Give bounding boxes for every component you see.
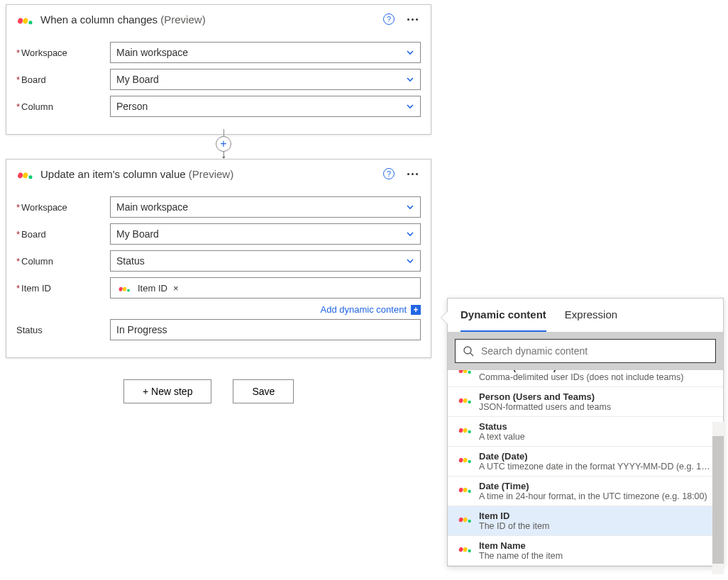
itemid-token[interactable]: Item ID × <box>115 280 182 296</box>
svg-point-9 <box>464 347 471 354</box>
svg-line-10 <box>470 353 473 356</box>
svg-point-27 <box>463 517 468 523</box>
dc-item-desc: The ID of the item <box>479 521 713 531</box>
chevron-down-icon <box>406 75 414 84</box>
svg-point-15 <box>463 398 468 403</box>
dc-item-name: Status <box>479 421 713 432</box>
column-dropdown[interactable]: Status <box>110 250 421 272</box>
monday-icon <box>16 167 33 181</box>
svg-point-2 <box>28 21 32 24</box>
column-dropdown[interactable]: Person <box>110 96 421 117</box>
remove-token[interactable]: × <box>173 283 179 294</box>
dc-item[interactable]: Date (Time)A time in 24-hour format, in … <box>448 476 723 506</box>
status-input[interactable]: In Progress <box>110 319 421 340</box>
search-icon <box>463 345 474 357</box>
dc-item[interactable]: Date (Date)A UTC timezone date in the fo… <box>448 447 723 476</box>
new-step-button[interactable]: + New step <box>123 379 211 403</box>
dc-item[interactable]: Person (Users and Teams)JSON-formatted u… <box>448 387 723 417</box>
more-menu[interactable] <box>404 170 421 178</box>
tab-dynamic-content[interactable]: Dynamic content <box>460 299 546 332</box>
monday-icon <box>458 453 472 464</box>
search-input[interactable] <box>481 345 708 357</box>
svg-point-20 <box>458 457 464 463</box>
plus-icon: + <box>411 305 421 315</box>
trigger-title: When a column changes (Preview) <box>40 13 383 26</box>
tab-expression[interactable]: Expression <box>565 299 617 332</box>
monday-icon <box>458 394 472 405</box>
svg-point-11 <box>458 370 464 374</box>
help-icon[interactable]: ? <box>383 13 395 25</box>
dc-item[interactable]: StatusA text value <box>448 417 723 447</box>
help-icon[interactable]: ? <box>383 168 395 179</box>
board-dropdown[interactable]: My Board <box>110 223 421 245</box>
action-header[interactable]: Update an item's column value (Preview) … <box>6 160 431 188</box>
status-label: Status <box>16 325 110 335</box>
svg-point-22 <box>468 460 471 463</box>
dynamic-content-panel: Dynamic content Expression Person (User … <box>447 298 724 567</box>
column-label: Column <box>16 256 110 267</box>
svg-point-21 <box>463 457 468 463</box>
svg-point-28 <box>468 520 471 523</box>
chevron-down-icon <box>406 102 414 111</box>
itemid-label: Item ID <box>16 283 110 294</box>
itemid-input[interactable]: Item ID × <box>110 277 421 299</box>
dc-item-name: Item ID <box>479 511 713 521</box>
add-dynamic-content[interactable]: Add dynamic content + <box>321 304 421 315</box>
svg-point-19 <box>468 430 471 433</box>
scrollbar[interactable] <box>712 422 724 574</box>
connector: + ↓ <box>216 129 231 157</box>
monday-icon <box>458 483 472 494</box>
svg-point-26 <box>458 517 464 523</box>
monday-icon <box>458 370 472 375</box>
dc-item[interactable]: Person (User IDs)Comma-delimited user ID… <box>448 370 723 387</box>
monday-icon <box>458 513 472 524</box>
dc-item-name: Date (Time) <box>479 481 713 491</box>
dc-item-desc: Comma-delimited user IDs (does not inclu… <box>479 372 713 382</box>
svg-point-0 <box>17 17 23 24</box>
svg-point-23 <box>458 487 464 493</box>
workspace-label: Workspace <box>16 48 110 58</box>
svg-point-12 <box>463 370 468 374</box>
workspace-label: Workspace <box>16 202 110 213</box>
svg-point-3 <box>17 172 23 179</box>
svg-point-24 <box>463 487 468 493</box>
svg-point-8 <box>127 289 130 292</box>
svg-point-5 <box>28 175 32 179</box>
scrollbar-thumb[interactable] <box>712 436 724 564</box>
board-label: Board <box>16 229 110 240</box>
svg-point-29 <box>458 547 464 552</box>
svg-point-31 <box>468 550 471 552</box>
svg-point-30 <box>463 547 468 552</box>
dc-item-name: Date (Date) <box>479 451 713 462</box>
trigger-header[interactable]: When a column changes (Preview) ? <box>6 5 431 33</box>
dc-item-desc: A UTC timezone date in the format YYYY-M… <box>479 462 713 472</box>
svg-point-14 <box>458 398 464 403</box>
more-menu[interactable] <box>404 16 421 23</box>
dc-item-desc: JSON-formatted users and teams <box>479 402 713 412</box>
svg-point-13 <box>468 371 471 374</box>
action-title: Update an item's column value (Preview) <box>40 168 383 180</box>
dc-item-desc: The name of the item <box>479 551 713 561</box>
board-dropdown[interactable]: My Board <box>110 69 421 90</box>
monday-icon <box>118 283 131 293</box>
svg-point-25 <box>468 490 471 493</box>
dc-item-desc: A time in 24-hour format, in the UTC tim… <box>479 491 713 501</box>
workspace-dropdown[interactable]: Main workspace <box>110 196 421 218</box>
monday-icon <box>458 423 472 435</box>
dc-item[interactable]: Item IDThe ID of the item <box>448 506 723 536</box>
dc-item-name: Item Name <box>479 540 713 551</box>
workspace-dropdown[interactable]: Main workspace <box>110 42 421 63</box>
monday-icon <box>16 12 33 26</box>
column-label: Column <box>16 101 110 112</box>
svg-point-17 <box>458 428 464 433</box>
dynamic-content-list[interactable]: Person (User IDs)Comma-delimited user ID… <box>448 370 723 566</box>
dynamic-content-search[interactable] <box>455 339 716 363</box>
board-label: Board <box>16 74 110 85</box>
arrow-down-icon: ↓ <box>221 152 226 157</box>
save-button[interactable]: Save <box>233 379 294 403</box>
chevron-down-icon <box>406 257 414 265</box>
svg-point-1 <box>22 17 28 24</box>
svg-point-7 <box>122 286 127 291</box>
svg-point-4 <box>22 172 28 179</box>
dc-item[interactable]: Item NameThe name of the item <box>448 536 723 566</box>
